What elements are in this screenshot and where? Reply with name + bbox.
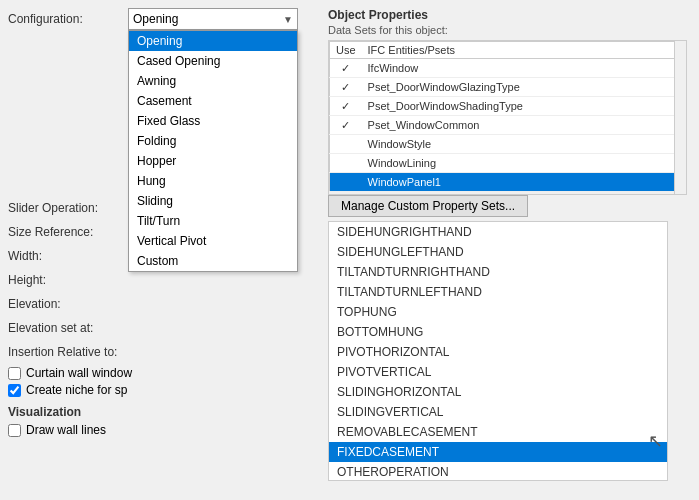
- height-label: Height:: [8, 273, 128, 287]
- list-item-sidehunglefthand[interactable]: SIDEHUNGLEFTHAND: [329, 242, 667, 262]
- visualization-header: Visualization: [8, 405, 302, 419]
- create-niche-checkbox[interactable]: [8, 384, 21, 397]
- dropdown-item-tilt-turn[interactable]: Tilt/Turn: [129, 211, 297, 231]
- list-item-tiltandturnrighthand[interactable]: TILTANDTURNRIGHTHAND: [329, 262, 667, 282]
- pset-name-1: Pset_DoorWindowGlazingType: [362, 78, 686, 97]
- bottom-list: SIDEHUNGRIGHTHAND SIDEHUNGLEFTHAND TILTA…: [328, 221, 668, 481]
- elevation-label: Elevation:: [8, 297, 128, 311]
- dropdown-item-custom[interactable]: Custom: [129, 251, 297, 271]
- col-use: Use: [330, 42, 362, 59]
- use-check-3: ✓: [330, 116, 362, 135]
- configuration-dropdown-menu: Opening Cased Opening Awning Casement Fi…: [128, 30, 298, 272]
- elevation-set-row: Elevation set at:: [8, 318, 302, 338]
- configuration-label: Configuration:: [8, 12, 128, 26]
- configuration-dropdown-btn[interactable]: Opening ▼: [128, 8, 298, 30]
- draw-wall-lines-label: Draw wall lines: [26, 423, 106, 437]
- insertion-relative-row: Insertion Relative to:: [8, 342, 302, 362]
- data-sets-table-scroll[interactable]: Use IFC Entities/Psets ✓ IfcWindow ✓ Pse…: [329, 41, 686, 194]
- use-check-2: ✓: [330, 97, 362, 116]
- pset-name-0: IfcWindow: [362, 59, 686, 78]
- create-niche-label: Create niche for sp: [26, 383, 127, 397]
- dropdown-item-sliding[interactable]: Sliding: [129, 191, 297, 211]
- configuration-dropdown-container: Opening ▼ Opening Cased Opening Awning C…: [128, 8, 298, 30]
- data-sets-table: Use IFC Entities/Psets ✓ IfcWindow ✓ Pse…: [329, 41, 686, 192]
- dropdown-arrow-icon: ▼: [283, 14, 293, 25]
- dropdown-item-vertical-pivot[interactable]: Vertical Pivot: [129, 231, 297, 251]
- data-sets-table-wrapper: Use IFC Entities/Psets ✓ IfcWindow ✓ Pse…: [328, 40, 687, 195]
- elevation-row: Elevation:: [8, 294, 302, 314]
- table-row[interactable]: WindowPanel1: [330, 173, 686, 192]
- create-niche-checkbox-row: Create niche for sp: [8, 383, 302, 397]
- dropdown-item-opening[interactable]: Opening: [129, 31, 297, 51]
- list-item-sidehungrighthand[interactable]: SIDEHUNGRIGHTHAND: [329, 222, 667, 242]
- use-check-1: ✓: [330, 78, 362, 97]
- list-item-pivotvertical[interactable]: PIVOTVERTICAL: [329, 362, 667, 382]
- size-reference-label: Size Reference:: [8, 225, 128, 239]
- use-check-6: [330, 173, 362, 192]
- insertion-relative-label: Insertion Relative to:: [8, 345, 128, 359]
- use-check-5: [330, 154, 362, 173]
- pset-name-2: Pset_DoorWindowShadingType: [362, 97, 686, 116]
- table-row[interactable]: WindowLining: [330, 154, 686, 173]
- panel-subtitle: Data Sets for this object:: [328, 24, 687, 36]
- draw-wall-lines-row: Draw wall lines: [8, 423, 302, 437]
- list-item-slidinghorizontal[interactable]: SLIDINGHORIZONTAL: [329, 382, 667, 402]
- manage-custom-property-sets-button[interactable]: Manage Custom Property Sets...: [328, 195, 528, 217]
- list-item-bottomhung[interactable]: BOTTOMHUNG: [329, 322, 667, 342]
- pset-name-4: WindowStyle: [362, 135, 686, 154]
- draw-wall-lines-checkbox[interactable]: [8, 424, 21, 437]
- pset-name-6: WindowPanel1: [362, 173, 686, 192]
- curtain-wall-checkbox[interactable]: [8, 367, 21, 380]
- left-panel: Configuration: Opening ▼ Opening Cased O…: [0, 0, 310, 500]
- panel-title: Object Properties: [328, 8, 687, 22]
- dropdown-item-hung[interactable]: Hung: [129, 171, 297, 191]
- table-row[interactable]: ✓ Pset_DoorWindowShadingType: [330, 97, 686, 116]
- dropdown-item-casement[interactable]: Casement: [129, 91, 297, 111]
- dropdown-item-fixed-glass[interactable]: Fixed Glass: [129, 111, 297, 131]
- table-row[interactable]: WindowStyle: [330, 135, 686, 154]
- width-label: Width:: [8, 249, 128, 263]
- elevation-set-label: Elevation set at:: [8, 321, 128, 335]
- curtain-wall-label: Curtain wall window: [26, 366, 132, 380]
- curtain-wall-checkbox-row: Curtain wall window: [8, 366, 302, 380]
- table-row[interactable]: ✓ Pset_DoorWindowGlazingType: [330, 78, 686, 97]
- configuration-dropdown-value: Opening: [133, 12, 178, 26]
- col-ifc-psets: IFC Entities/Psets: [362, 42, 686, 59]
- scroll-indicator: [674, 41, 686, 194]
- list-item-removablecasement[interactable]: REMOVABLECASEMENT: [329, 422, 667, 442]
- table-row[interactable]: ✓ Pset_WindowCommon: [330, 116, 686, 135]
- dropdown-item-cased-opening[interactable]: Cased Opening: [129, 51, 297, 71]
- list-item-slidingvertical[interactable]: SLIDINGVERTICAL: [329, 402, 667, 422]
- table-row[interactable]: ✓ IfcWindow: [330, 59, 686, 78]
- right-panel: Object Properties Data Sets for this obj…: [320, 0, 695, 500]
- dropdown-item-folding[interactable]: Folding: [129, 131, 297, 151]
- slider-operation-label: Slider Operation:: [8, 201, 128, 215]
- list-item-otheroperation[interactable]: OTHEROPERATION: [329, 462, 667, 481]
- pset-name-5: WindowLining: [362, 154, 686, 173]
- height-row: Height:: [8, 270, 302, 290]
- list-item-pivothorizontal[interactable]: PIVOTHORIZONTAL: [329, 342, 667, 362]
- use-check-0: ✓: [330, 59, 362, 78]
- list-item-tophung[interactable]: TOPHUNG: [329, 302, 667, 322]
- list-item-tiltandturnlefthand[interactable]: TILTANDTURNLEFTHAND: [329, 282, 667, 302]
- pset-name-3: Pset_WindowCommon: [362, 116, 686, 135]
- configuration-row: Configuration: Opening ▼ Opening Cased O…: [8, 8, 302, 30]
- dropdown-item-hopper[interactable]: Hopper: [129, 151, 297, 171]
- use-check-4: [330, 135, 362, 154]
- dropdown-item-awning[interactable]: Awning: [129, 71, 297, 91]
- list-item-fixedcasement[interactable]: FIXEDCASEMENT: [329, 442, 667, 462]
